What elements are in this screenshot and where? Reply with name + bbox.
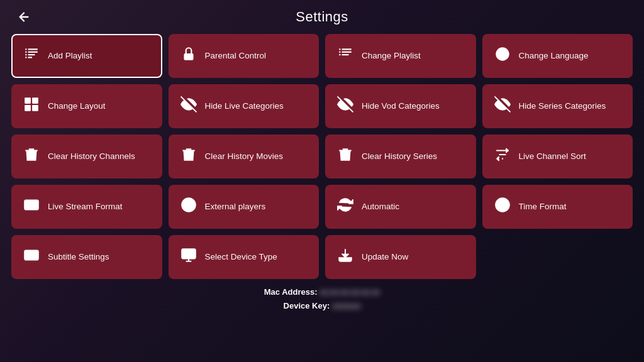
clear-history-movies-label: Clear History Movies xyxy=(205,151,284,162)
change-language-icon xyxy=(494,46,511,66)
external-players-label: External players xyxy=(205,201,266,212)
update-now-icon xyxy=(336,247,354,267)
hide-vod-categories-label: Hide Vod Categories xyxy=(362,101,440,112)
settings-grid: Add PlaylistParental ControlChange Playl… xyxy=(0,34,644,279)
change-layout-icon xyxy=(23,96,40,116)
hide-series-categories-icon xyxy=(494,96,511,116)
update-now-label: Update Now xyxy=(362,251,408,263)
live-stream-format-icon xyxy=(23,197,40,217)
svg-rect-28 xyxy=(182,249,196,258)
header: Settings xyxy=(0,0,644,34)
svg-rect-5 xyxy=(28,52,38,53)
svg-rect-12 xyxy=(342,48,352,50)
svg-rect-17 xyxy=(32,97,38,104)
svg-rect-8 xyxy=(184,53,193,60)
svg-rect-16 xyxy=(25,97,31,104)
select-device-type-icon xyxy=(180,247,197,267)
tile-clear-history-series[interactable]: Clear History Series xyxy=(325,134,476,178)
tile-change-language[interactable]: Change Language xyxy=(482,34,633,78)
back-button[interactable] xyxy=(13,6,35,28)
clear-history-series-label: Clear History Series xyxy=(362,151,437,162)
tile-live-channel-sort[interactable]: Live Channel Sort xyxy=(482,134,633,178)
tile-change-layout[interactable]: Change Layout xyxy=(11,84,162,128)
svg-rect-11 xyxy=(339,54,340,55)
mac-value: xx:xx:xx:xx:xx:xx xyxy=(319,287,380,297)
hide-live-categories-label: Hide Live Categories xyxy=(205,101,284,112)
live-channel-sort-label: Live Channel Sort xyxy=(519,151,586,162)
automatic-icon xyxy=(336,197,354,217)
svg-rect-7 xyxy=(28,57,33,58)
tile-hide-vod-categories[interactable]: Hide Vod Categories xyxy=(325,84,476,128)
time-format-label: Time Format xyxy=(519,201,567,212)
svg-rect-9 xyxy=(339,48,340,50)
tile-automatic[interactable]: Automatic xyxy=(325,185,476,229)
svg-rect-2 xyxy=(25,54,26,55)
svg-rect-3 xyxy=(25,57,26,58)
tile-clear-history-movies[interactable]: Clear History Movies xyxy=(169,134,319,178)
svg-rect-1 xyxy=(25,52,26,53)
mac-label: Mac Address: xyxy=(264,287,318,297)
tile-update-now[interactable]: Update Now xyxy=(325,235,476,279)
clear-history-series-icon xyxy=(336,146,354,167)
svg-rect-14 xyxy=(342,54,349,55)
live-channel-sort-icon xyxy=(494,146,511,167)
change-playlist-label: Change Playlist xyxy=(362,50,421,62)
tile-select-device-type[interactable]: Select Device Type xyxy=(169,235,319,279)
select-device-type-label: Select Device Type xyxy=(205,251,277,263)
tile-parental-control[interactable]: Parental Control xyxy=(169,34,319,78)
parental-control-icon xyxy=(180,46,197,66)
svg-rect-6 xyxy=(28,54,35,55)
svg-rect-4 xyxy=(28,48,38,50)
time-format-icon xyxy=(494,197,511,217)
hide-vod-categories-icon xyxy=(336,96,354,116)
add-playlist-icon xyxy=(23,46,40,66)
clear-history-channels-icon xyxy=(23,146,40,167)
tile-subtitle-settings[interactable]: Subtitle Settings xyxy=(11,235,162,279)
device-key-label: Device Key: xyxy=(284,301,330,310)
svg-rect-0 xyxy=(25,48,26,50)
tile-hide-series-categories[interactable]: Hide Series Categories xyxy=(482,84,633,128)
tile-change-playlist[interactable]: Change Playlist xyxy=(325,34,476,78)
tile-clear-history-channels[interactable]: Clear History Channels xyxy=(11,134,162,178)
svg-rect-18 xyxy=(25,105,31,111)
subtitle-settings-label: Subtitle Settings xyxy=(48,251,109,263)
add-playlist-label: Add Playlist xyxy=(48,50,92,62)
live-stream-format-label: Live Stream Format xyxy=(48,201,123,212)
footer: Mac Address: xx:xx:xx:xx:xx:xx Device Ke… xyxy=(264,285,380,313)
parental-control-label: Parental Control xyxy=(205,50,267,62)
tile-live-stream-format[interactable]: Live Stream Format xyxy=(11,185,162,229)
tile-external-players[interactable]: External players xyxy=(169,185,319,229)
automatic-label: Automatic xyxy=(362,201,399,212)
change-language-label: Change Language xyxy=(519,50,589,62)
change-layout-label: Change Layout xyxy=(48,101,106,112)
change-playlist-icon xyxy=(336,46,354,66)
subtitle-settings-icon xyxy=(23,247,40,267)
device-key-value: xxxxxxx xyxy=(332,301,361,310)
external-players-icon xyxy=(180,197,197,217)
svg-rect-13 xyxy=(342,52,352,53)
tile-hide-live-categories[interactable]: Hide Live Categories xyxy=(169,84,319,128)
tile-time-format[interactable]: Time Format xyxy=(482,185,633,229)
hide-live-categories-icon xyxy=(180,96,197,116)
svg-rect-10 xyxy=(339,52,340,53)
clear-history-movies-icon xyxy=(180,146,197,167)
svg-rect-19 xyxy=(32,105,38,111)
tile-add-playlist[interactable]: Add Playlist xyxy=(11,34,162,78)
hide-series-categories-label: Hide Series Categories xyxy=(519,101,606,112)
page-title: Settings xyxy=(296,9,348,25)
clear-history-channels-label: Clear History Channels xyxy=(48,151,135,162)
